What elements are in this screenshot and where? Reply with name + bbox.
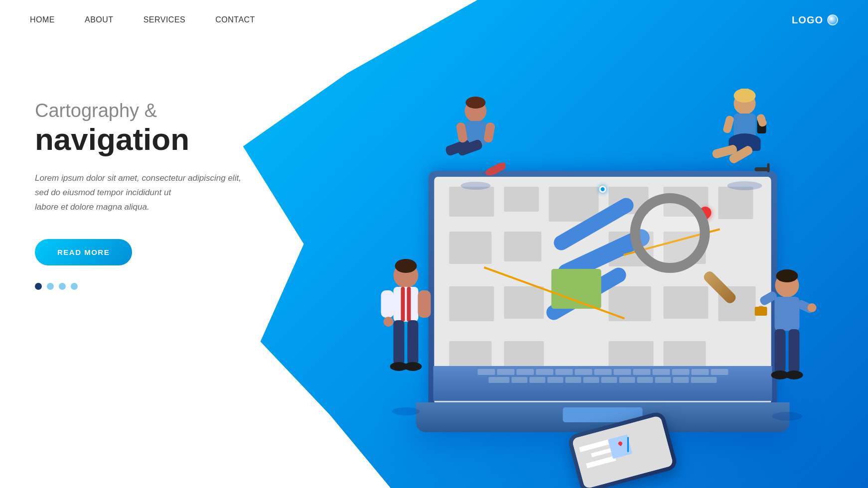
nav-contact[interactable]: CONTACT	[215, 15, 255, 24]
svg-point-26	[395, 259, 417, 273]
person-sitting-left	[446, 94, 506, 193]
dot-2[interactable]	[47, 283, 54, 290]
svg-rect-27	[394, 287, 419, 322]
svg-rect-40	[775, 297, 800, 331]
svg-point-39	[776, 269, 798, 282]
svg-point-48	[808, 303, 817, 312]
svg-point-10	[727, 181, 762, 190]
svg-rect-35	[418, 290, 431, 318]
navbar: HOME ABOUT SERVICES CONTACT LOGO	[0, 0, 868, 40]
svg-rect-29	[407, 287, 411, 322]
dot-4[interactable]	[71, 283, 78, 290]
map-dot	[599, 186, 606, 193]
svg-point-33	[404, 362, 422, 371]
svg-rect-28	[401, 287, 405, 322]
person-standing-right	[755, 268, 820, 422]
nav-about[interactable]: ABOUT	[85, 15, 114, 24]
logo-icon	[827, 14, 838, 25]
hero-subtitle: Cartography &	[35, 100, 294, 122]
keyboard-area	[434, 366, 772, 401]
svg-point-24	[392, 407, 420, 415]
svg-point-0	[461, 182, 491, 190]
nav-links: HOME ABOUT SERVICES CONTACT	[30, 15, 255, 24]
magnifier	[630, 193, 740, 303]
magnifier-handle	[702, 269, 737, 305]
svg-rect-31	[408, 320, 419, 365]
magnifier-glass	[630, 193, 710, 273]
svg-rect-42	[789, 329, 800, 373]
svg-rect-20	[767, 163, 770, 172]
hero-description: Lorem ipsum dolor sit amet, consectetur …	[35, 171, 244, 215]
svg-point-44	[785, 370, 803, 379]
logo-text: LOGO	[792, 14, 823, 26]
svg-rect-34	[381, 290, 394, 318]
laptop	[416, 133, 790, 432]
svg-point-36	[384, 317, 394, 327]
nav-services[interactable]: SERVICES	[144, 15, 186, 24]
svg-rect-30	[394, 320, 405, 365]
person-sitting-right	[710, 89, 780, 193]
dot-3[interactable]	[59, 283, 66, 290]
nav-home[interactable]: HOME	[30, 15, 55, 24]
svg-point-37	[772, 412, 802, 421]
svg-point-2	[466, 97, 486, 109]
hero-illustration	[310, 30, 858, 488]
svg-rect-23	[723, 115, 735, 134]
carousel-indicators	[35, 283, 294, 290]
dot-1[interactable]	[35, 283, 42, 290]
person-standing-left	[376, 258, 436, 417]
read-more-button[interactable]: READ MORE	[35, 239, 132, 265]
svg-rect-41	[775, 329, 786, 373]
logo: LOGO	[792, 14, 838, 26]
hero-content: Cartography & navigation Lorem ipsum dol…	[35, 100, 294, 290]
svg-rect-49	[755, 307, 767, 316]
hero-title: navigation	[35, 122, 294, 156]
